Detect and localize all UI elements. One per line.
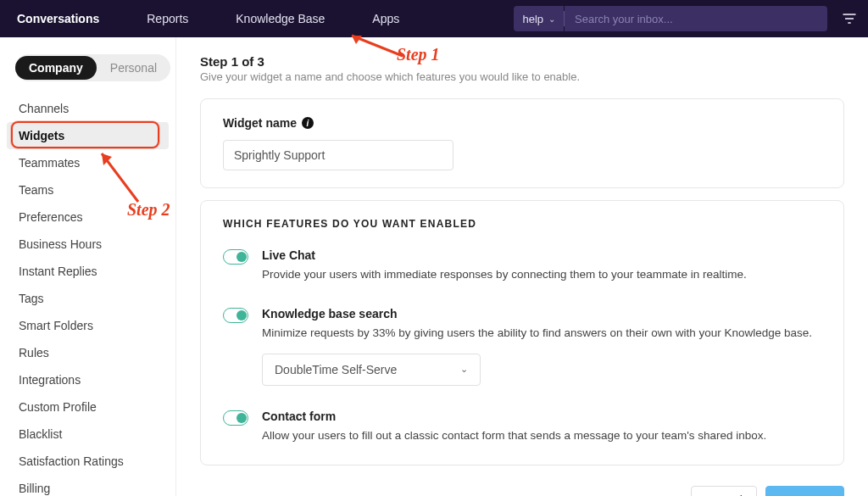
cancel-button[interactable]: Cancel <box>691 486 757 496</box>
sidebar-item-channels[interactable]: Channels <box>7 95 169 122</box>
nav-knowledge-base[interactable]: Knowledge Base <box>212 12 348 25</box>
sidebar-item-teammates[interactable]: Teammates <box>7 149 169 176</box>
nav-apps[interactable]: Apps <box>348 12 423 25</box>
feature-live-chat: Live Chat Provide your users with immedi… <box>223 248 821 283</box>
widget-name-label: Widget name <box>223 116 297 130</box>
toggle-live-chat[interactable] <box>223 249 248 265</box>
kb-dropdown[interactable]: DoubleTime Self-Serve ⌄ <box>262 354 481 386</box>
features-header: WHICH FEATURES DO YOU WANT ENABLED <box>223 218 821 230</box>
chevron-down-icon: ⌄ <box>548 14 555 24</box>
next-step-button[interactable]: Next step <box>765 486 844 496</box>
sidebar-item-instant-replies[interactable]: Instant Replies <box>7 258 169 285</box>
sidebar-item-business-hours[interactable]: Business Hours <box>7 231 169 258</box>
tab-personal[interactable]: Personal <box>97 56 170 80</box>
info-icon[interactable]: i <box>302 117 314 129</box>
toggle-contact-form[interactable] <box>223 410 248 426</box>
sidebar-item-billing[interactable]: Billing <box>7 475 169 496</box>
search-scope-value: help <box>522 13 543 25</box>
sidebar-item-blacklist[interactable]: Blacklist <box>7 421 169 448</box>
search-scope-select[interactable]: help ⌄ <box>514 6 564 31</box>
search-input[interactable] <box>575 13 817 25</box>
sidebar-item-custom-profile[interactable]: Custom Profile <box>7 393 169 421</box>
sidebar-item-rules[interactable]: Rules <box>7 339 169 366</box>
feature-desc-live-chat: Provide your users with immediate respon… <box>262 267 821 283</box>
feature-desc-contact: Allow your users to fill out a classic c… <box>262 428 821 444</box>
step-subtitle: Give your widget a name and choose which… <box>200 70 844 83</box>
widget-name-card: Widget name i <box>200 98 844 188</box>
sidebar-item-satisfaction-ratings[interactable]: Satisfaction Ratings <box>7 448 169 475</box>
step-title: Step 1 of 3 <box>200 54 844 69</box>
features-card: WHICH FEATURES DO YOU WANT ENABLED Live … <box>200 200 844 465</box>
sidebar-item-tags[interactable]: Tags <box>7 285 169 312</box>
feature-title-kb: Knowledge base search <box>262 307 821 320</box>
sidebar-item-preferences[interactable]: Preferences <box>7 203 169 231</box>
nav-conversations[interactable]: Conversations <box>10 12 123 25</box>
sidebar: Company Personal Channels Widgets Teamma… <box>0 37 176 496</box>
sidebar-tabs: Company Personal <box>15 54 170 81</box>
sidebar-item-teams[interactable]: Teams <box>7 176 169 203</box>
feature-title-live-chat: Live Chat <box>262 248 821 262</box>
sidebar-item-widgets[interactable]: Widgets <box>7 122 169 149</box>
sidebar-item-smart-folders[interactable]: Smart Folders <box>7 312 169 339</box>
nav-reports[interactable]: Reports <box>123 12 212 25</box>
widget-name-input[interactable] <box>223 140 453 170</box>
feature-title-contact: Contact form <box>262 410 821 423</box>
top-nav: Conversations Reports Knowledge Base App… <box>0 0 868 37</box>
chevron-down-icon: ⌄ <box>460 364 468 375</box>
feature-contact-form: Contact form Allow your users to fill ou… <box>223 410 821 444</box>
sidebar-item-integrations[interactable]: Integrations <box>7 366 169 393</box>
feature-kb-search: Knowledge base search Minimize requests … <box>223 307 821 386</box>
feature-desc-kb: Minimize requests by 33% by giving users… <box>262 326 821 342</box>
kb-dropdown-value: DoubleTime Self-Serve <box>275 363 397 376</box>
filter-icon[interactable] <box>841 10 858 27</box>
toggle-kb-search[interactable] <box>223 308 248 323</box>
tab-company[interactable]: Company <box>15 56 97 80</box>
main-content: Step 1 of 3 Give your widget a name and … <box>176 37 868 496</box>
